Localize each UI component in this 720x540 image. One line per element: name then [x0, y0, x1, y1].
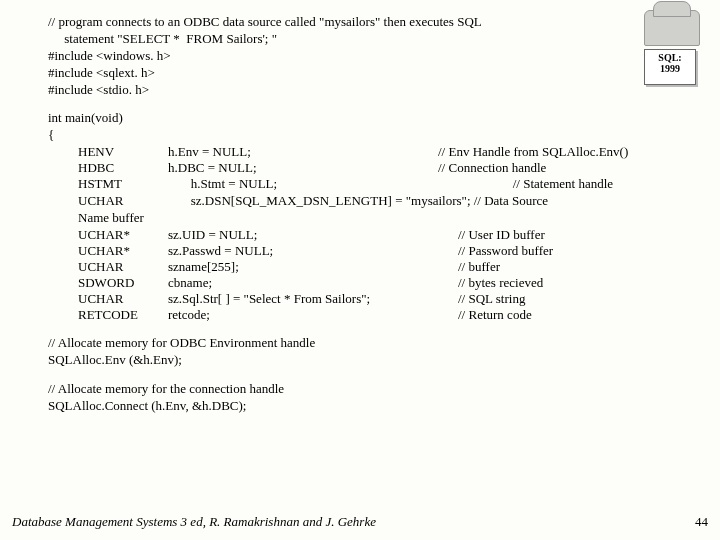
- decl-row: HSTMT h.Stmt = NULL; // Statement handle: [78, 176, 680, 193]
- decl-row: RETCODE retcode; // Return code: [78, 307, 680, 323]
- open-brace: {: [48, 127, 680, 144]
- comment-line-2: statement "SELECT * FROM Sailors'; ": [48, 31, 680, 48]
- decl-var: h.DBC = NULL;: [168, 160, 438, 176]
- decl-comment: // User ID buffer: [458, 227, 680, 243]
- decl-comment: // buffer: [458, 259, 680, 275]
- decl-type: SDWORD: [78, 275, 168, 291]
- logo-book: SQL: 1999: [644, 49, 696, 85]
- decl-var: sz.DSN[SQL_MAX_DSN_LENGTH] = "mysailors"…: [168, 193, 548, 210]
- slide-footer: Database Management Systems 3 ed, R. Ram…: [12, 514, 708, 530]
- decl-row: HENV h.Env = NULL; // Env Handle from SQ…: [78, 144, 680, 160]
- stmt-alloc-env: SQLAlloc.Env (&h.Env);: [48, 352, 680, 369]
- comment-alloc-env: // Allocate memory for ODBC Environment …: [48, 335, 680, 352]
- decl-comment: // Password buffer: [458, 243, 680, 259]
- decl-row: UCHAR sz.Sql.Str[ ] = "Select * From Sai…: [78, 291, 680, 307]
- decl-type: HDBC: [78, 160, 168, 176]
- decl-row: UCHAR* sz.Passwd = NULL; // Password buf…: [78, 243, 680, 259]
- decl-var: h.Stmt = NULL;: [168, 176, 438, 193]
- decl-comment: // bytes recieved: [458, 275, 680, 291]
- decl-comment: // Statement handle: [438, 176, 680, 193]
- decl-var: sz.UID = NULL;: [168, 227, 458, 243]
- slide-content: // program connects to an ODBC data sour…: [0, 0, 720, 414]
- decl-row: UCHAR sz.DSN[SQL_MAX_DSN_LENGTH] = "mysa…: [78, 193, 680, 210]
- stmt-alloc-conn: SQLAlloc.Connect (h.Env, &h.DBC);: [48, 398, 680, 415]
- decl-type: UCHAR: [78, 291, 168, 307]
- logo-head: [644, 10, 700, 46]
- decl-comment: // Return code: [458, 307, 680, 323]
- decl-var: retcode;: [168, 307, 458, 323]
- include-1: #include <windows. h>: [48, 48, 680, 65]
- include-2: #include <sqlext. h>: [48, 65, 680, 82]
- decl-type: UCHAR*: [78, 243, 168, 259]
- name-buffer-label: Name buffer: [78, 210, 680, 227]
- decl-row: SDWORD cbname; // bytes recieved: [78, 275, 680, 291]
- decl-var: sz.Sql.Str[ ] = "Select * From Sailors";: [168, 291, 458, 307]
- decl-var: cbname;: [168, 275, 458, 291]
- page-number: 44: [695, 514, 708, 530]
- decl-var: szname[255];: [168, 259, 458, 275]
- decl-type: UCHAR: [78, 193, 168, 210]
- footer-text: Database Management Systems 3 ed, R. Ram…: [12, 514, 376, 530]
- decl-row: UCHAR* sz.UID = NULL; // User ID buffer: [78, 227, 680, 243]
- logo-text-1: SQL:: [645, 52, 695, 63]
- decl-type: HENV: [78, 144, 168, 160]
- declarations-block: HENV h.Env = NULL; // Env Handle from SQ…: [48, 144, 680, 323]
- sql-1999-logo: SQL: 1999: [644, 10, 702, 82]
- decl-var: sz.Passwd = NULL;: [168, 243, 458, 259]
- decl-comment: // SQL string: [458, 291, 680, 307]
- decl-comment: // Connection handle: [438, 160, 680, 176]
- comment-line-1: // program connects to an ODBC data sour…: [48, 14, 680, 31]
- decl-row: UCHAR szname[255]; // buffer: [78, 259, 680, 275]
- decl-row: HDBC h.DBC = NULL; // Connection handle: [78, 160, 680, 176]
- decl-type: UCHAR: [78, 259, 168, 275]
- logo-text-2: 1999: [645, 63, 695, 74]
- decl-comment: // Env Handle from SQLAlloc.Env(): [438, 144, 680, 160]
- main-signature: int main(void): [48, 110, 680, 127]
- include-3: #include <stdio. h>: [48, 82, 680, 99]
- comment-alloc-conn: // Allocate memory for the connection ha…: [48, 381, 680, 398]
- decl-type: RETCODE: [78, 307, 168, 323]
- decl-type: UCHAR*: [78, 227, 168, 243]
- decl-var: h.Env = NULL;: [168, 144, 438, 160]
- decl-type: HSTMT: [78, 176, 168, 193]
